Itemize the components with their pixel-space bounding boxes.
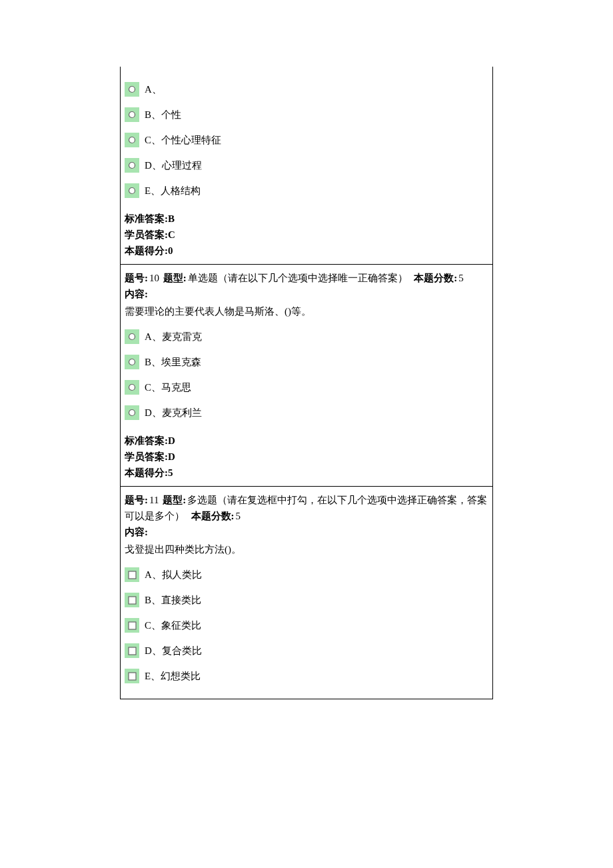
option-label: D、复合类比: [145, 643, 202, 659]
question-10-block: 题号:10 题型:单选题（请在以下几个选项中选择唯一正确答案） 本题分数:5 内…: [121, 264, 492, 486]
option-label: D、心理过程: [145, 157, 202, 173]
svg-point-1: [129, 112, 135, 118]
question-10-answers: 标准答案:D 学员答案:D 本题得分:5: [125, 433, 488, 481]
svg-point-6: [129, 359, 135, 365]
svg-rect-10: [129, 597, 136, 604]
radio-icon[interactable]: [125, 183, 139, 198]
content-label: 内容:: [125, 524, 488, 540]
question-9-options: A、 B、个性 C、个性心理特征: [125, 81, 488, 199]
question-10-header: 题号:10 题型:单选题（请在以下几个选项中选择唯一正确答案） 本题分数:5: [125, 270, 488, 286]
checkbox-icon[interactable]: [125, 669, 139, 683]
option-label: A、拟人类比: [145, 567, 202, 583]
svg-point-3: [129, 163, 135, 169]
option-label: C、马克思: [145, 379, 191, 395]
option-label: A、麦克雷克: [145, 329, 202, 345]
option-row: B、个性: [125, 107, 488, 123]
option-row: D、心理过程: [125, 157, 488, 173]
question-11-header: 题号:11 题型:多选题（请在复选框中打勾，在以下几个选项中选择正确答案，答案可…: [125, 492, 488, 524]
option-row: E、幻想类比: [125, 668, 488, 684]
option-row: C、象征类比: [125, 617, 488, 633]
svg-rect-12: [129, 647, 136, 655]
question-11-options: A、拟人类比 B、直接类比 C、象征类比: [125, 567, 488, 684]
option-label: E、人格结构: [145, 183, 201, 199]
option-row: A、拟人类比: [125, 567, 488, 583]
option-row: A、麦克雷克: [125, 329, 488, 345]
option-row: C、个性心理特征: [125, 132, 488, 148]
question-11-text: 戈登提出四种类比方法()。: [125, 541, 488, 557]
checkbox-icon[interactable]: [125, 593, 139, 607]
question-9-block: A、 B、个性 C、个性心理特征: [121, 67, 492, 264]
option-label: B、直接类比: [145, 592, 201, 608]
question-10-text: 需要理论的主要代表人物是马斯洛、()等。: [125, 303, 488, 319]
checkbox-icon[interactable]: [125, 567, 139, 582]
option-row: D、麦克利兰: [125, 405, 488, 421]
option-row: D、复合类比: [125, 643, 488, 659]
question-score: 本题得分:5: [125, 465, 488, 481]
question-9-answers: 标准答案:B 学员答案:C 本题得分:0: [125, 211, 488, 259]
svg-point-5: [129, 334, 135, 340]
radio-icon[interactable]: [125, 133, 139, 147]
option-row: C、马克思: [125, 379, 488, 395]
standard-answer: 标准答案:D: [125, 433, 488, 449]
question-score: 本题得分:0: [125, 243, 488, 259]
question-11-block: 题号:11 题型:多选题（请在复选框中打勾，在以下几个选项中选择正确答案，答案可…: [121, 486, 492, 699]
svg-rect-11: [129, 622, 136, 629]
svg-rect-9: [129, 571, 136, 579]
radio-icon[interactable]: [125, 158, 139, 173]
radio-icon[interactable]: [125, 355, 139, 369]
option-row: E、人格结构: [125, 183, 488, 199]
radio-icon[interactable]: [125, 82, 139, 97]
quiz-container: A、 B、个性 C、个性心理特征: [120, 67, 493, 699]
svg-rect-13: [129, 673, 136, 680]
option-label: E、幻想类比: [145, 668, 201, 684]
radio-icon[interactable]: [125, 380, 139, 395]
checkbox-icon[interactable]: [125, 643, 139, 658]
student-answer: 学员答案:D: [125, 449, 488, 465]
svg-point-4: [129, 188, 135, 194]
option-label: A、: [145, 81, 162, 97]
content-label: 内容:: [125, 286, 488, 302]
option-label: C、个性心理特征: [145, 132, 221, 148]
svg-point-8: [129, 410, 135, 416]
checkbox-icon[interactable]: [125, 618, 139, 633]
student-answer: 学员答案:C: [125, 227, 488, 243]
option-row: B、直接类比: [125, 592, 488, 608]
svg-point-7: [129, 385, 135, 391]
standard-answer: 标准答案:B: [125, 211, 488, 227]
option-row: A、: [125, 81, 488, 97]
radio-icon[interactable]: [125, 405, 139, 420]
radio-icon[interactable]: [125, 329, 139, 344]
option-label: B、个性: [145, 107, 181, 123]
option-label: B、埃里克森: [145, 354, 201, 370]
option-label: D、麦克利兰: [145, 405, 202, 421]
svg-point-0: [129, 87, 135, 93]
question-10-options: A、麦克雷克 B、埃里克森 C、马克思: [125, 329, 488, 421]
radio-icon[interactable]: [125, 107, 139, 122]
svg-point-2: [129, 137, 135, 143]
option-row: B、埃里克森: [125, 354, 488, 370]
option-label: C、象征类比: [145, 617, 201, 633]
